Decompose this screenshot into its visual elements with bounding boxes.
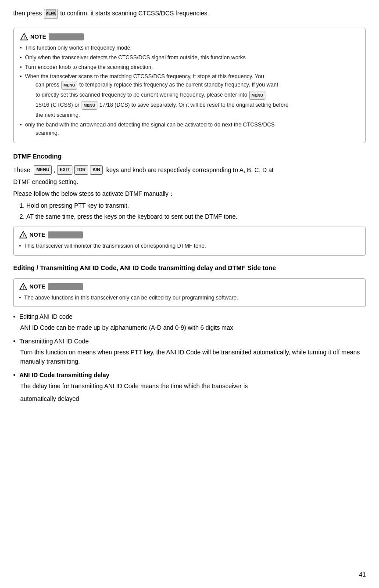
note-item-1-4-indent2: to directly set this scanned frequency t… (25, 91, 359, 100)
ani-delay-bullet: ANI ID Code transmitting delay (13, 371, 366, 380)
warning-icon-1: ! (20, 32, 29, 41)
menu-key-inline: MENU (44, 9, 58, 19)
dtmf-step-1: Hold on pressing PTT key to transmit. (26, 201, 366, 210)
ani-editing-label: Editing ANI ID code (19, 313, 72, 320)
ani-editing-desc: ANI ID Code can be made up by alphanumer… (13, 323, 366, 332)
note-item-1-3: Turn encoder knob to change the scanning… (20, 63, 359, 72)
intro-line: then press MENU to confirm, it starts sc… (13, 9, 366, 19)
note-item-1-2: Only when the transceiver detects the CT… (20, 54, 359, 62)
menu-key-note1c: MENU (82, 101, 98, 110)
note-item-1-5: only the band with the arrowhead and det… (20, 121, 359, 137)
note-header-2: ! NOTE (19, 231, 360, 239)
note-title-bar-3 (48, 283, 83, 290)
warning-icon-2: ! (19, 231, 28, 239)
note-title-1: NOTE (30, 32, 46, 41)
ani-delay-label: ANI ID Code transmitting delay (19, 372, 109, 379)
ani-transmitting-desc: Turn this function on means when press P… (13, 348, 366, 366)
ani-delay-desc2: automatically delayed (13, 394, 366, 404)
dtmf-line2: DTMF encoding setting. (13, 177, 366, 187)
note-title-bar-1 (49, 33, 84, 40)
note-title-3: NOTE (29, 282, 45, 291)
ani-transmitting-bullet: Transmitting ANI ID Code (13, 337, 366, 346)
note-header-3: ! NOTE (19, 282, 360, 291)
intro-text-after: to confirm, it starts scanning CTCSS/DCS… (60, 10, 209, 17)
dtmf-keys-line: These MENU , EXIT TDR A/B keys and knob … (13, 165, 366, 175)
key-tdr[interactable]: TDR (74, 165, 89, 175)
note-item-1-4-indent: can press MENU to temporarily replace th… (25, 81, 359, 90)
ani-delay-desc1: The delay time for transmitting ANI ID C… (13, 382, 366, 391)
dtmf-steps-list: Hold on pressing PTT key to transmit. AT… (13, 201, 366, 221)
svg-text:MENU: MENU (46, 11, 56, 15)
intro-text-before: then press (13, 10, 42, 17)
svg-text:!: ! (24, 36, 25, 40)
menu-key-note1b: MENU (249, 91, 265, 100)
key-menu[interactable]: MENU (34, 165, 52, 175)
editing-heading: Editing / Transmitting ANI ID Code, ANI … (13, 263, 366, 273)
ani-delay-desc1-text: The delay time for transmitting ANI ID C… (20, 382, 248, 390)
keys-prefix: These (13, 166, 30, 175)
note-item-1-4: When the transceiver scans to the matchi… (20, 72, 359, 119)
note-header-1: ! NOTE (20, 32, 359, 41)
note-title-bar-2 (48, 231, 83, 238)
menu-icon: MENU (46, 9, 56, 16)
page-number: 41 (359, 570, 366, 579)
warning-icon-3: ! (19, 282, 28, 291)
note-box-3: ! NOTE The above functions in this trans… (13, 278, 366, 307)
svg-text:!: ! (23, 234, 24, 238)
key-ab[interactable]: A/B (90, 165, 103, 175)
note-box-1: ! NOTE This function only works in frequ… (13, 28, 366, 143)
note-item-1-4-indent3: 15/16 (CTCSS) or MENU 17/18 (DCS) to sav… (25, 101, 359, 110)
comma-1: , (54, 166, 55, 175)
note-item-1-5-indent: scanning. (25, 129, 359, 137)
note-item-2-1: This transceiver will monitor the transm… (19, 242, 360, 250)
note-item-1-1: This function only works in frequency mo… (20, 44, 359, 52)
note-box-2: ! NOTE This transceiver will monitor the… (13, 227, 366, 256)
keys-suffix: keys and knob are respectively correspon… (106, 166, 273, 175)
dtmf-line3: Please follow the below steps to activat… (13, 189, 366, 198)
menu-key-note1a: MENU (61, 81, 78, 90)
ani-delay-desc2-text: automatically delayed (20, 395, 79, 402)
dtmf-step-2: AT the same time, press the keys on the … (26, 212, 366, 221)
note-title-2: NOTE (29, 231, 45, 239)
ani-transmitting-label: Transmitting ANI ID Code (19, 338, 89, 345)
key-exit[interactable]: EXIT (57, 165, 72, 175)
dtmf-heading: DTMF Encoding (13, 152, 366, 162)
note-item-3-1: The above functions in this transceiver … (19, 294, 360, 302)
note-item-1-4-indent4: the next scanning. (25, 111, 359, 119)
ani-editing-bullet: Editing ANI ID code (13, 312, 366, 321)
svg-text:!: ! (23, 285, 24, 290)
